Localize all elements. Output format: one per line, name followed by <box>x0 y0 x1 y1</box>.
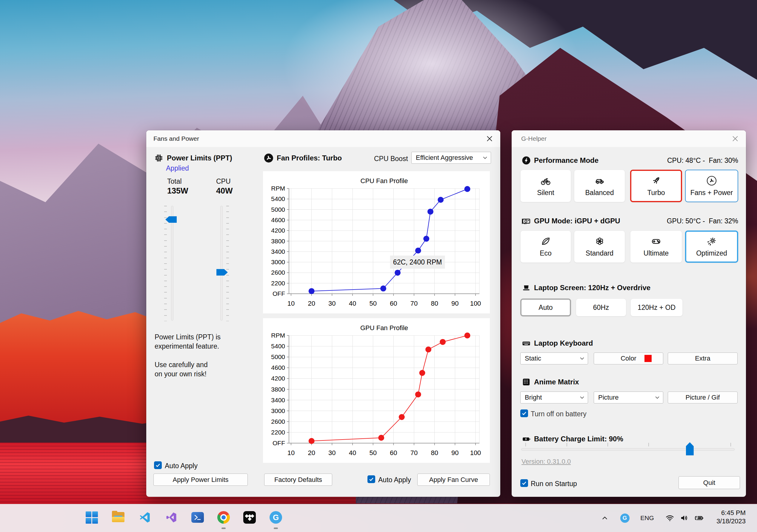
taskbar-start-button[interactable] <box>85 511 99 524</box>
wifi-icon <box>665 514 674 522</box>
tray-language[interactable]: ENG <box>638 504 657 532</box>
color-swatch <box>645 355 651 362</box>
matrix-battery-checkbox[interactable] <box>520 409 528 417</box>
gamepad-icon <box>651 236 661 247</box>
factory-defaults-button[interactable]: Factory Defaults <box>264 474 332 486</box>
cpu-boost-select[interactable]: Efficient Aggressive <box>411 152 491 164</box>
gpu-tile-standard[interactable]: Standard <box>574 231 625 263</box>
tray-clock[interactable]: 6:45 PM 3/18/2023 <box>716 509 746 525</box>
chrome-running-indicator <box>222 527 226 529</box>
taskbar-tidal[interactable] <box>243 511 257 524</box>
power-limits-warning: Power Limits (PPT) is experimental featu… <box>155 332 221 379</box>
gpu-tile-ultimate[interactable]: Ultimate <box>630 231 682 263</box>
dot-matrix-icon <box>522 378 531 386</box>
svg-text:30: 30 <box>328 449 336 457</box>
svg-text:30: 30 <box>328 300 336 307</box>
matrix-battery-label: Turn off on battery <box>531 410 587 418</box>
svg-text:80: 80 <box>431 449 438 457</box>
ghelper-close-button[interactable] <box>728 132 742 145</box>
ghelper-window-title: G-Helper <box>521 130 547 147</box>
tray-date: 3/18/2023 <box>716 517 746 525</box>
chevron-up-icon <box>601 514 609 522</box>
fans-close-button[interactable] <box>482 132 497 145</box>
mode-tile-turbo[interactable]: Turbo <box>630 170 682 202</box>
gpu-tile-optimized[interactable]: Optimized <box>685 231 738 263</box>
ghelper-titlebar[interactable] <box>512 130 746 147</box>
leaf-icon <box>540 236 551 247</box>
total-slider-thumb[interactable] <box>166 216 177 223</box>
mode-tile-silent[interactable]: Silent <box>520 170 571 202</box>
rocket-icon <box>651 175 661 186</box>
g-badge-icon: G <box>620 514 629 523</box>
gear-sparkle-icon <box>706 236 717 247</box>
taskbar-file-explorer[interactable] <box>111 511 125 524</box>
svg-text:90: 90 <box>451 300 459 307</box>
mode-tile-balanced[interactable]: Balanced <box>574 170 625 202</box>
screen-option-auto[interactable]: Auto <box>520 298 571 316</box>
total-slider-ticks <box>164 206 167 321</box>
battery-slider-track[interactable] <box>521 448 735 451</box>
svg-text:3000: 3000 <box>271 259 285 266</box>
svg-text:OFF: OFF <box>273 439 285 446</box>
tray-battery[interactable] <box>693 504 705 532</box>
tray-g-helper-badge[interactable]: G <box>620 504 630 532</box>
keyboard-extra-button[interactable]: Extra <box>668 352 738 364</box>
svg-text:RPM: RPM <box>271 332 285 339</box>
chip-icon <box>154 153 164 163</box>
chevron-down-icon <box>655 396 659 399</box>
svg-text:2600: 2600 <box>271 418 285 425</box>
gpu-tile-eco[interactable]: Eco <box>520 231 571 263</box>
svg-text:40: 40 <box>349 449 356 457</box>
version-link[interactable]: Version: 0.31.0.0 <box>522 458 571 465</box>
taskbar-chrome[interactable] <box>217 511 230 524</box>
matrix-picture-gif-button[interactable]: Picture / Gif <box>668 392 738 404</box>
power-limits-status: Applied <box>166 164 189 172</box>
chevron-down-icon <box>580 396 584 399</box>
svg-text:4200: 4200 <box>271 375 285 382</box>
screen-option-60hz[interactable]: 60Hz <box>576 298 626 316</box>
speaker-icon <box>680 514 689 522</box>
taskbar-visual-studio[interactable] <box>165 511 178 524</box>
apply-fan-curve-button[interactable]: Apply Fan Curve <box>417 474 490 486</box>
taskbar-powershell[interactable] <box>191 511 204 524</box>
fans-titlebar[interactable] <box>146 130 500 147</box>
tray-wifi[interactable] <box>664 504 675 532</box>
screen-option-120hz-od[interactable]: 120Hz + OD <box>630 298 683 316</box>
tray-chevron-up[interactable] <box>598 504 611 532</box>
quit-button[interactable]: Quit <box>679 476 740 489</box>
matrix-mode-select[interactable]: Picture <box>594 392 663 404</box>
gpu-fan-curve-chart[interactable]: 102030405060708090100OFF2200260030003400… <box>263 318 490 463</box>
tray-volume[interactable] <box>679 504 689 532</box>
car-icon <box>594 175 605 186</box>
cpu-fan-curve-chart[interactable]: 102030405060708090100OFF2200260030003400… <box>263 171 490 313</box>
taskbar-g-helper[interactable]: G <box>269 511 283 524</box>
taskbar-vscode[interactable] <box>138 511 152 524</box>
gauge-bolt-icon <box>522 156 531 165</box>
keyboard-icon <box>522 339 531 348</box>
svg-text:62C, 2400 RPM: 62C, 2400 RPM <box>393 258 442 266</box>
total-slider-track[interactable] <box>171 206 173 321</box>
keyboard-color-button[interactable]: Color <box>594 352 663 364</box>
cpu-boost-label: CPU Boost <box>374 155 408 163</box>
run-on-startup-checkbox[interactable] <box>520 479 528 487</box>
mode-tile-fans-power[interactable]: Fans + Power <box>685 170 738 202</box>
svg-text:5400: 5400 <box>271 343 285 350</box>
total-value: 135W <box>167 186 188 196</box>
gpu-mode-header: GPU Mode: iGPU + dGPU <box>522 216 620 226</box>
apply-power-limits-button[interactable]: Apply Power Limits <box>153 474 248 486</box>
keyboard-mode-select[interactable]: Static <box>520 352 588 364</box>
anime-matrix-header: Anime Matrix <box>522 377 579 387</box>
fan-icon <box>706 175 717 186</box>
auto-apply-fan-label: Auto Apply <box>378 476 411 484</box>
run-on-startup-label: Run on Startup <box>531 480 577 488</box>
cpu-value: 40W <box>216 186 233 196</box>
svg-text:CPU Fan Profile: CPU Fan Profile <box>361 177 408 184</box>
auto-apply-fan-checkbox[interactable] <box>368 475 375 483</box>
chevron-down-icon <box>580 357 584 360</box>
svg-text:3000: 3000 <box>271 407 285 414</box>
cpu-slider-track[interactable] <box>220 206 223 321</box>
auto-apply-power-checkbox[interactable] <box>154 461 162 469</box>
matrix-brightness-select[interactable]: Bright <box>520 392 588 404</box>
svg-text:5000: 5000 <box>271 206 285 213</box>
svg-text:5400: 5400 <box>271 195 285 202</box>
